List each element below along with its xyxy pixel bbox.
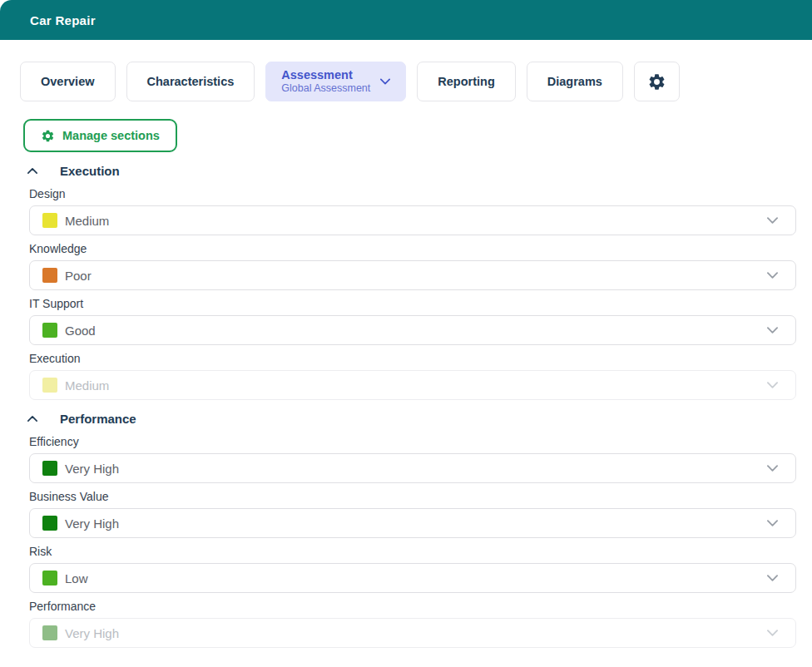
rating-color-swatch [42, 378, 57, 393]
tab-overview[interactable]: Overview [20, 62, 116, 101]
rating-color-swatch [42, 461, 57, 476]
section-fields: Efficiency Very High Business Value Very… [0, 436, 812, 648]
assessment-field: Risk Low [29, 546, 796, 593]
rating-value: Very High [65, 462, 119, 476]
rating-value: Low [65, 571, 88, 585]
assessment-sections: Execution Design Medium Knowledge Poor I… [0, 164, 812, 648]
chevron-down-icon [767, 272, 778, 279]
section-header[interactable]: Performance [27, 412, 812, 426]
tab-bar: Overview Characteristics Assessment Glob… [20, 62, 812, 101]
rating-color-swatch [42, 213, 57, 228]
chevron-up-icon [27, 416, 39, 422]
rating-color-swatch [42, 516, 57, 531]
gear-icon [647, 72, 666, 91]
rating-value: Medium [65, 378, 109, 393]
rating-dropdown[interactable]: Medium [29, 205, 796, 235]
rating-dropdown[interactable]: Poor [29, 260, 796, 290]
chevron-down-icon [767, 575, 778, 581]
chevron-down-icon [767, 327, 778, 334]
assessment-field: Design Medium [29, 188, 796, 235]
tab-assessment-text: Assessment Global Assessment [281, 67, 370, 96]
chevron-down-icon [767, 630, 778, 636]
field-label: Performance [29, 600, 796, 613]
tab-assessment-label: Assessment [281, 67, 352, 82]
rating-value: Good [65, 324, 96, 338]
rating-dropdown[interactable]: Good [29, 315, 796, 345]
assessment-field: Business Value Very High [29, 491, 796, 538]
rating-value: Very High [65, 626, 119, 640]
manage-sections-label: Manage sections [62, 129, 160, 142]
rating-value: Medium [65, 214, 109, 228]
tab-reporting[interactable]: Reporting [417, 62, 515, 101]
rating-value: Very High [65, 516, 119, 531]
tab-diagrams[interactable]: Diagrams [527, 62, 623, 101]
section-header[interactable]: Execution [27, 164, 812, 178]
rating-color-swatch [42, 323, 57, 338]
app-header: Car Repair [0, 0, 812, 40]
assessment-field: Execution Medium [29, 353, 796, 400]
rating-dropdown: Medium [29, 370, 796, 400]
assessment-field: Efficiency Very High [29, 436, 796, 483]
section: Performance Efficiency Very High Busines… [0, 412, 812, 648]
field-label: Business Value [29, 491, 796, 503]
tab-assessment-sublabel: Global Assessment [281, 82, 370, 96]
field-label: Efficiency [29, 436, 796, 448]
section-title: Performance [60, 412, 136, 426]
chevron-down-icon [380, 78, 390, 85]
rating-color-swatch [42, 268, 57, 283]
page-title: Car Repair [30, 13, 96, 27]
assessment-field: Performance Very High [29, 600, 796, 648]
tab-settings[interactable] [634, 62, 680, 101]
field-label: IT Support [29, 298, 796, 310]
field-label: Design [29, 188, 796, 200]
chevron-down-icon [767, 520, 778, 526]
tab-characteristics[interactable]: Characteristics [126, 62, 255, 101]
rating-dropdown: Very High [29, 618, 796, 648]
chevron-up-icon [27, 168, 39, 174]
chevron-down-icon [767, 382, 778, 388]
field-label: Knowledge [29, 243, 796, 255]
assessment-field: IT Support Good [29, 298, 796, 345]
gear-icon [41, 129, 55, 143]
chevron-down-icon [767, 465, 778, 472]
rating-value: Poor [65, 269, 92, 283]
chevron-down-icon [767, 217, 778, 224]
rating-dropdown[interactable]: Low [29, 563, 796, 593]
rating-color-swatch [42, 625, 57, 640]
manage-sections-button[interactable]: Manage sections [23, 119, 177, 152]
rating-dropdown[interactable]: Very High [29, 453, 796, 483]
field-label: Execution [29, 353, 796, 365]
assessment-field: Knowledge Poor [29, 243, 796, 290]
tab-assessment[interactable]: Assessment Global Assessment [265, 62, 406, 101]
field-label: Risk [29, 546, 796, 558]
rating-dropdown[interactable]: Very High [29, 508, 796, 538]
section: Execution Design Medium Knowledge Poor I… [0, 164, 812, 400]
section-fields: Design Medium Knowledge Poor IT Support … [0, 188, 812, 400]
section-title: Execution [60, 164, 120, 178]
rating-color-swatch [42, 571, 57, 585]
